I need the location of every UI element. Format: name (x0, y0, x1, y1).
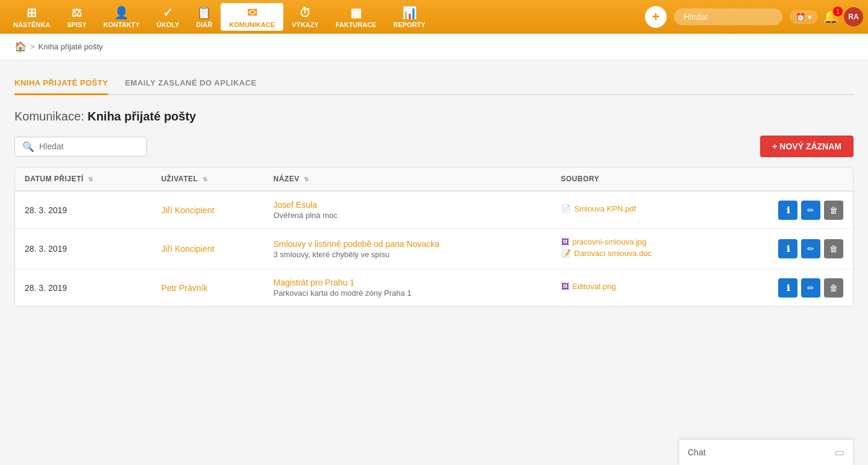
tab-kniha[interactable]: KNIHA PŘIJATÉ POŠTY (14, 72, 108, 95)
new-record-button[interactable]: + NOVÝ ZÁZNAM (760, 136, 854, 157)
file-icon: 📝 (561, 249, 571, 258)
search-input[interactable] (39, 142, 139, 151)
col-soubory: SOUBORY (552, 167, 722, 191)
col-nazev: NÁZEV ⇅ (263, 167, 551, 191)
file-icon: 🖼 (561, 282, 569, 291)
col-uzivatel: UŽIVATEL ⇅ (151, 167, 263, 191)
table-header-row: DATUM PŘIJETÍ ⇅ UŽIVATEL ⇅ NÁZEV ⇅ SOUBO… (15, 167, 853, 191)
toolbar: 🔍 + NOVÝ ZÁZNAM (14, 136, 854, 157)
page-title: Komunikace: Kniha přijaté pošty (14, 110, 854, 123)
tab-emaily[interactable]: EMAILY ZASLANÉ DO APLIKACE (125, 72, 256, 94)
nav-item-nastenska[interactable]: ⊞ NÁSTĚNKA (5, 3, 58, 31)
delete-button[interactable]: 🗑 (824, 201, 843, 220)
table-row: 28. 3. 2019 Jiří Koncipient Josef Esula … (15, 191, 853, 229)
nav-item-reporty[interactable]: 📊 REPORTY (385, 3, 433, 31)
nav-label-spisy: SPISY (67, 21, 86, 28)
page-title-main: Kniha přijaté pošty (87, 110, 196, 123)
action-buttons: ℹ ✏ 🗑 (732, 239, 843, 258)
edit-button[interactable]: ✏ (801, 239, 820, 258)
sort-icon-uzivatel[interactable]: ⇅ (203, 176, 208, 183)
cell-actions: ℹ ✏ 🗑 (722, 229, 853, 269)
nav-label-diar: DIÁŘ (196, 21, 212, 28)
fakturace-icon: ▦ (350, 5, 362, 20)
records-table: DATUM PŘIJETÍ ⇅ UŽIVATEL ⇅ NÁZEV ⇅ SOUBO… (15, 167, 853, 306)
breadcrumb-separator: > (30, 42, 35, 51)
cell-actions: ℹ ✏ 🗑 (722, 269, 853, 307)
info-button[interactable]: ℹ (778, 239, 797, 258)
nav-item-vykazy[interactable]: ⏱ VÝKAZY (283, 4, 327, 31)
nav-search-input[interactable] (674, 8, 782, 25)
nav-label-nastenska: NÁSTĚNKA (13, 21, 50, 28)
clock-icon: ⏰ (796, 13, 805, 22)
spisy-icon: ⚖ (71, 5, 82, 20)
breadcrumb: 🏠 > Kniha přijaté pošty (0, 34, 868, 60)
vykazy-icon: ⏱ (299, 6, 311, 20)
notification-badge: 1 (833, 7, 843, 16)
nav-item-kontakty[interactable]: 👤 KONTAKTY (95, 3, 148, 31)
nav-item-fakturace[interactable]: ▦ FAKTURACE (327, 3, 385, 31)
info-button[interactable]: ℹ (778, 278, 797, 298)
breadcrumb-current: Kniha přijaté pošty (39, 42, 103, 51)
search-icon: 🔍 (22, 141, 34, 152)
cell-actions: ℹ ✏ 🗑 (722, 191, 853, 229)
file-link[interactable]: 🖼 Editovat.png (561, 282, 712, 291)
nav-item-diar[interactable]: 📋 DIÁŘ (187, 3, 221, 31)
record-title[interactable]: Smlouvy v listinné podobě od pana Novack… (273, 239, 541, 249)
file-link[interactable]: 📝 Darovací smlouva.doc (561, 249, 712, 258)
edit-button[interactable]: ✏ (801, 201, 820, 220)
record-title[interactable]: Josef Esula (273, 200, 541, 210)
records-table-container: DATUM PŘIJETÍ ⇅ UŽIVATEL ⇅ NÁZEV ⇅ SOUBO… (14, 167, 854, 307)
ukoly-icon: ✓ (163, 5, 173, 20)
nav-label-komunikace: KOMUNIKACE (229, 21, 275, 28)
user-link[interactable]: Jiří Koncipient (161, 205, 214, 215)
nav-item-spisy[interactable]: ⚖ SPISY (58, 3, 95, 31)
record-subtitle: Parkovací karta do modré zóny Praha 1 (273, 289, 541, 298)
main-content: KNIHA PŘIJATÉ POŠTY EMAILY ZASLANÉ DO AP… (0, 60, 868, 319)
cell-nazev: Magistrát pro Prahu 1 Parkovací karta do… (263, 269, 551, 307)
notifications-button[interactable]: 🔔 1 (823, 9, 839, 25)
new-record-label: + NOVÝ ZÁZNAM (772, 142, 841, 151)
file-name[interactable]: Darovací smlouva.doc (574, 249, 652, 258)
col-actions (722, 167, 853, 191)
cell-datum: 28. 3. 2019 (15, 229, 151, 269)
cell-uzivatel: Petr Právník (151, 269, 263, 307)
edit-button[interactable]: ✏ (801, 278, 820, 298)
cell-uzivatel: Jiří Koncipient (151, 229, 263, 269)
clock-button[interactable]: ⏰ ▾ (790, 10, 818, 24)
table-row: 28. 3. 2019 Petr Právník Magistrát pro P… (15, 269, 853, 307)
avatar-button[interactable]: RA (844, 7, 863, 27)
user-link[interactable]: Petr Právník (161, 283, 207, 293)
nav-item-komunikace[interactable]: ✉ KOMUNIKACE (221, 3, 283, 31)
file-link[interactable]: 📄 Smlouva KPN.pdf (561, 204, 712, 213)
file-name[interactable]: Editovat.png (573, 282, 616, 291)
nav-item-ukoly[interactable]: ✓ ÚKOLY (148, 3, 188, 31)
nav-label-fakturace: FAKTURACE (336, 21, 377, 28)
sort-icon-datum[interactable]: ⇅ (88, 176, 93, 183)
add-button[interactable]: + (645, 6, 667, 28)
info-button[interactable]: ℹ (778, 201, 797, 220)
sort-icon-nazev[interactable]: ⇅ (304, 176, 309, 183)
col-datum: DATUM PŘIJETÍ ⇅ (15, 167, 151, 191)
nastenska-icon: ⊞ (27, 5, 37, 20)
cell-nazev: Josef Esula Ověřená plná moc (263, 191, 551, 229)
file-link[interactable]: 🖼 pracovni-smlouva.jpg (561, 237, 712, 246)
record-title[interactable]: Magistrát pro Prahu 1 (273, 278, 541, 287)
record-subtitle: 3 smlouvy, které chyběly ve spisu (273, 250, 541, 259)
tab-bar: KNIHA PŘIJATÉ POŠTY EMAILY ZASLANÉ DO AP… (14, 72, 854, 95)
nav-label-kontakty: KONTAKTY (104, 21, 140, 28)
cell-soubory: 📄 Smlouva KPN.pdf (552, 191, 722, 229)
file-name[interactable]: Smlouva KPN.pdf (574, 204, 637, 213)
file-name[interactable]: pracovni-smlouva.jpg (573, 237, 647, 246)
delete-button[interactable]: 🗑 (824, 239, 843, 258)
user-link[interactable]: Jiří Koncipient (161, 244, 214, 254)
cell-soubory: 🖼 Editovat.png (552, 269, 722, 307)
cell-datum: 28. 3. 2019 (15, 191, 151, 229)
breadcrumb-home[interactable]: 🏠 (14, 41, 27, 52)
nav-label-ukoly: ÚKOLY (157, 21, 180, 28)
cell-nazev: Smlouvy v listinné podobě od pana Novack… (263, 229, 551, 269)
action-buttons: ℹ ✏ 🗑 (732, 201, 843, 220)
nav-right-controls: ⏰ ▾ 🔔 1 RA (790, 7, 863, 27)
top-navigation: ⊞ NÁSTĚNKA ⚖ SPISY 👤 KONTAKTY ✓ ÚKOLY 📋 … (0, 0, 868, 34)
reporty-icon: 📊 (402, 5, 417, 20)
delete-button[interactable]: 🗑 (824, 278, 843, 298)
